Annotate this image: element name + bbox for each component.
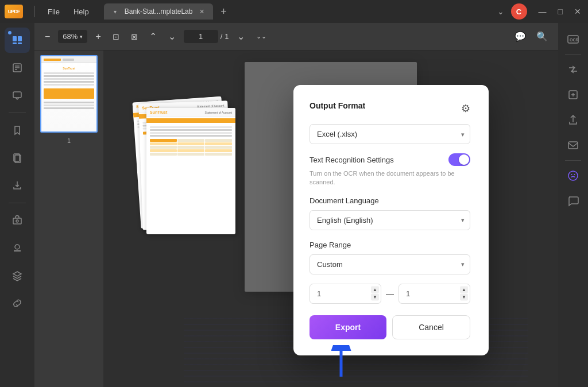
thumb-line-5 xyxy=(44,84,94,86)
page-range-select[interactable]: Custom xyxy=(310,254,470,274)
sidebar-comment-icon[interactable] xyxy=(5,83,30,108)
last-page2-button[interactable]: ⌄⌄ xyxy=(253,29,270,44)
sidebar-thumbnail-icon[interactable] xyxy=(5,28,30,53)
close-button[interactable]: ✕ xyxy=(572,6,583,17)
fit-width-button[interactable]: ⊠ xyxy=(127,29,141,45)
tab-list-button[interactable]: ⌄ xyxy=(495,5,506,18)
sidebar-edit-icon[interactable] xyxy=(5,55,30,80)
titlebar-menu: File Help xyxy=(42,5,95,18)
window-controls: — □ ✕ xyxy=(536,6,583,17)
menu-file[interactable]: File xyxy=(42,5,65,18)
svg-rect-1 xyxy=(18,36,22,41)
settings-gear-icon[interactable]: ⚙ xyxy=(461,102,470,115)
right-chat-button[interactable] xyxy=(562,189,585,212)
right-ocr-button[interactable]: OCR xyxy=(562,28,585,51)
modal-box: Output Format ⚙ Excel (.xlsx) ▾ xyxy=(293,85,489,355)
page-number-label: 1 xyxy=(67,137,71,144)
sidebar-separator-2 xyxy=(9,203,26,203)
page-thumbnail[interactable]: SunTrust xyxy=(40,55,98,133)
format-select[interactable]: Excel (.xlsx) xyxy=(310,124,470,144)
thumb-line-2 xyxy=(44,75,94,77)
next-page-button[interactable]: ⌄ xyxy=(165,28,179,45)
cursor-arrow xyxy=(327,345,355,382)
page-number-input[interactable] xyxy=(184,30,218,43)
menu-help[interactable]: Help xyxy=(68,5,95,18)
ocr-hint-text: Turn on the OCR when the document appear… xyxy=(310,169,470,187)
range-from-wrap: ▲ ▼ xyxy=(310,284,381,304)
titlebar-right: ⌄ C — □ ✕ xyxy=(495,3,583,20)
thumbnail-content: SunTrust xyxy=(41,56,96,131)
search-button[interactable]: 🔍 xyxy=(533,28,551,45)
sidebar-bookmark-icon[interactable] xyxy=(5,118,30,143)
toolbar: − 68% ▾ + ⊡ ⊠ ⌃ ⌄ / 1 ⌄ ⌄⌄ 💬 🔍 xyxy=(34,23,558,51)
comment-mode-button[interactable]: 💬 xyxy=(511,28,529,45)
active-tab[interactable]: ▾ Bank-Stat...mplateLab ✕ xyxy=(104,3,214,20)
prev-row-1-1 xyxy=(150,139,232,142)
export-button[interactable]: Export xyxy=(310,315,386,339)
range-to-down[interactable]: ▼ xyxy=(460,294,468,301)
zoom-display[interactable]: 68% ▾ xyxy=(58,30,87,43)
sidebar-stamp-icon[interactable] xyxy=(5,235,30,261)
prev-row-1-5 xyxy=(150,153,232,156)
zoom-in-button[interactable]: + xyxy=(92,28,104,45)
svg-point-12 xyxy=(16,220,18,222)
total-pages: 1 xyxy=(225,32,229,41)
ocr-toggle[interactable] xyxy=(448,153,470,166)
ocr-toggle-wrap xyxy=(448,153,470,166)
range-to-up[interactable]: ▲ xyxy=(460,287,468,293)
range-dash: — xyxy=(386,289,394,298)
user-avatar[interactable]: C xyxy=(511,3,527,20)
toggle-knob xyxy=(459,154,469,165)
sidebar-export-icon[interactable] xyxy=(5,173,30,198)
zoom-dropdown-icon: ▾ xyxy=(80,34,83,40)
thumb-logo-text: SunTrust xyxy=(44,67,94,70)
svg-rect-2 xyxy=(13,42,17,44)
sidebar-layers-icon[interactable] xyxy=(5,263,30,288)
page-range-select-wrap: Custom ▾ xyxy=(310,254,470,274)
right-mail-button[interactable] xyxy=(562,134,585,157)
zoom-out-button[interactable]: − xyxy=(41,28,53,45)
svg-point-23 xyxy=(574,174,575,175)
right-compress-button[interactable] xyxy=(562,83,585,106)
svg-rect-0 xyxy=(13,36,17,41)
tab-close-button[interactable]: ✕ xyxy=(197,7,206,16)
sidebar-pages-icon[interactable] xyxy=(5,145,30,171)
page-range-label-row: Page Range xyxy=(310,239,470,250)
cancel-button[interactable]: Cancel xyxy=(392,315,470,339)
sidebar-active-dot xyxy=(8,31,11,34)
prev-cell-1-4 xyxy=(150,142,177,145)
range-from-up[interactable]: ▲ xyxy=(371,287,379,293)
zoom-value: 68% xyxy=(63,32,78,41)
last-page-button[interactable]: ⌄ xyxy=(234,28,248,45)
thumb-line-8 xyxy=(44,107,94,109)
tab-dropdown-icon[interactable]: ▾ xyxy=(111,7,120,16)
app-logo[interactable]: UPDF xyxy=(5,5,23,18)
svg-point-13 xyxy=(15,245,20,249)
prev-cell-1-9 xyxy=(205,146,232,149)
maximize-button[interactable]: □ xyxy=(556,6,565,17)
range-from-down[interactable]: ▼ xyxy=(371,294,379,301)
lang-select[interactable]: English (English) xyxy=(310,210,470,230)
sidebar-link-icon[interactable] xyxy=(5,291,30,316)
right-share-button[interactable] xyxy=(562,109,585,131)
prev-title-1: Statement of Account xyxy=(204,111,232,114)
toolbar-right: 💬 🔍 xyxy=(511,28,551,45)
new-tab-button[interactable]: + xyxy=(215,3,231,20)
range-to-wrap: ▲ ▼ xyxy=(399,284,470,304)
prev-cell-1-8 xyxy=(177,146,204,149)
minimize-button[interactable]: — xyxy=(536,6,549,17)
lang-label: Document Language xyxy=(310,196,379,205)
sidebar-ocr-icon[interactable] xyxy=(5,208,30,233)
right-ai-button[interactable] xyxy=(562,164,585,187)
page-range-inputs: ▲ ▼ — ▲ ▼ xyxy=(310,284,470,304)
preview-stack: SunTrust Statement of Account xyxy=(115,96,253,280)
prev-line-1-2 xyxy=(150,129,232,131)
prev-line-1-4 xyxy=(150,135,232,137)
prev-cell-1-1 xyxy=(150,139,177,142)
prev-page-button[interactable]: ⌃ xyxy=(146,28,160,45)
svg-text:OCR: OCR xyxy=(570,38,579,42)
lang-label-row: Document Language xyxy=(310,195,470,206)
fit-height-button[interactable]: ⊡ xyxy=(109,29,123,45)
thumbnail-panel: SunTrust 1 xyxy=(34,51,103,387)
right-convert-button[interactable] xyxy=(562,58,585,81)
